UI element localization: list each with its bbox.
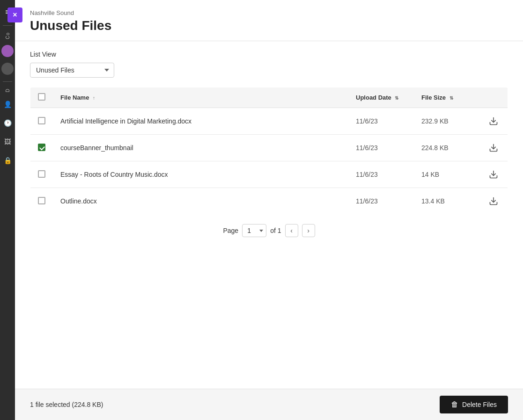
row-upload-date: 11/6/23: [348, 135, 414, 161]
row-filename: courseBanner_thumbnail: [53, 135, 348, 161]
delete-button-label: Delete Files: [462, 401, 497, 408]
sidebar-avatar-2[interactable]: [1, 63, 14, 75]
page-select[interactable]: 1: [242, 224, 266, 237]
row-action-cell[interactable]: [479, 161, 508, 188]
pagination: Page 1 of 1 ‹ ›: [30, 215, 508, 246]
download-button[interactable]: [487, 141, 500, 154]
row-upload-date: 11/6/23: [348, 188, 414, 215]
sidebar-icon-clock[interactable]: 🕐: [1, 116, 14, 130]
row-checkbox-cell[interactable]: [30, 161, 53, 188]
sidebar-icon-lock[interactable]: 🔒: [1, 154, 14, 167]
row-checkbox[interactable]: [38, 144, 45, 151]
sidebar-section-label: Co: [5, 30, 10, 41]
header-action: [479, 87, 508, 108]
sidebar-section-label-2: D: [5, 87, 10, 94]
header-upload-label: Upload Date: [356, 94, 391, 101]
header-size-label: File Size: [421, 94, 446, 101]
sidebar-icon-user[interactable]: 👤: [1, 98, 14, 111]
content-area: List View Unused Files All Files Recent …: [15, 41, 523, 389]
upload-sort-icon: ⇅: [395, 95, 398, 101]
footer-bar: 1 file selected (224.8 KB) 🗑 Delete File…: [15, 389, 523, 420]
header-filename-label: File Name: [60, 94, 89, 101]
page-label: Page: [223, 227, 238, 234]
row-checkbox[interactable]: [38, 117, 45, 124]
download-button[interactable]: [487, 168, 500, 181]
row-checkbox[interactable]: [38, 170, 45, 178]
header-checkbox[interactable]: [30, 87, 53, 108]
row-filename: Essay - Roots of Country Music.docx: [53, 161, 348, 188]
header-filename[interactable]: File Name ↑: [53, 87, 348, 108]
row-checkbox[interactable]: [38, 197, 45, 204]
list-view-label: List View: [30, 51, 508, 58]
trash-icon: 🗑: [451, 400, 458, 409]
sidebar: ≡ Co D 👤 🕐 🖼 🔒: [0, 0, 15, 420]
row-file-size: 232.9 KB: [414, 108, 479, 135]
select-all-checkbox[interactable]: [38, 93, 45, 101]
table-row: Outline.docx11/6/2313.4 KB: [30, 188, 508, 215]
row-file-size: 14 KB: [414, 161, 479, 188]
panel-header: Nashville Sound Unused Files: [15, 0, 523, 41]
page-of: of 1: [270, 227, 281, 234]
filename-sort-icon: ↑: [93, 95, 95, 101]
row-action-cell[interactable]: [479, 135, 508, 161]
table-row: Artificial Intelligence in Digital Marke…: [30, 108, 508, 135]
row-checkbox-cell[interactable]: [30, 135, 53, 161]
row-action-cell[interactable]: [479, 188, 508, 215]
row-checkbox-cell[interactable]: [30, 108, 53, 135]
header-upload-date[interactable]: Upload Date ⇅: [348, 87, 414, 108]
dropdown-wrapper: Unused Files All Files Recent Files: [30, 63, 508, 78]
table-row: courseBanner_thumbnail11/6/23224.8 KB: [30, 135, 508, 161]
prev-page-button[interactable]: ‹: [285, 224, 298, 237]
sidebar-avatar-1[interactable]: [1, 45, 14, 57]
sidebar-icon-image[interactable]: 🖼: [1, 135, 14, 148]
download-button[interactable]: [487, 115, 500, 128]
size-sort-icon: ⇅: [449, 95, 453, 101]
row-upload-date: 11/6/23: [348, 161, 414, 188]
row-file-size: 13.4 KB: [414, 188, 479, 215]
selected-info: 1 file selected (224.8 KB): [30, 401, 103, 408]
download-button[interactable]: [487, 195, 500, 208]
row-upload-date: 11/6/23: [348, 108, 414, 135]
row-filename: Artificial Intelligence in Digital Marke…: [53, 108, 348, 135]
delete-button[interactable]: 🗑 Delete Files: [440, 396, 508, 413]
table-row: Essay - Roots of Country Music.docx11/6/…: [30, 161, 508, 188]
page-title: Unused Files: [30, 18, 508, 33]
next-page-button[interactable]: ›: [302, 224, 315, 237]
row-filename: Outline.docx: [53, 188, 348, 215]
row-action-cell[interactable]: [479, 108, 508, 135]
main-panel: × Nashville Sound Unused Files List View…: [15, 0, 523, 420]
header-file-size[interactable]: File Size ⇅: [414, 87, 479, 108]
row-file-size: 224.8 KB: [414, 135, 479, 161]
list-view-dropdown[interactable]: Unused Files All Files Recent Files: [30, 63, 114, 78]
sidebar-divider-1: [3, 25, 12, 26]
sidebar-divider-2: [3, 81, 12, 82]
file-table: File Name ↑ Upload Date ⇅ File Size ⇅: [30, 87, 508, 215]
organization-name: Nashville Sound: [30, 9, 508, 16]
row-checkbox-cell[interactable]: [30, 188, 53, 215]
